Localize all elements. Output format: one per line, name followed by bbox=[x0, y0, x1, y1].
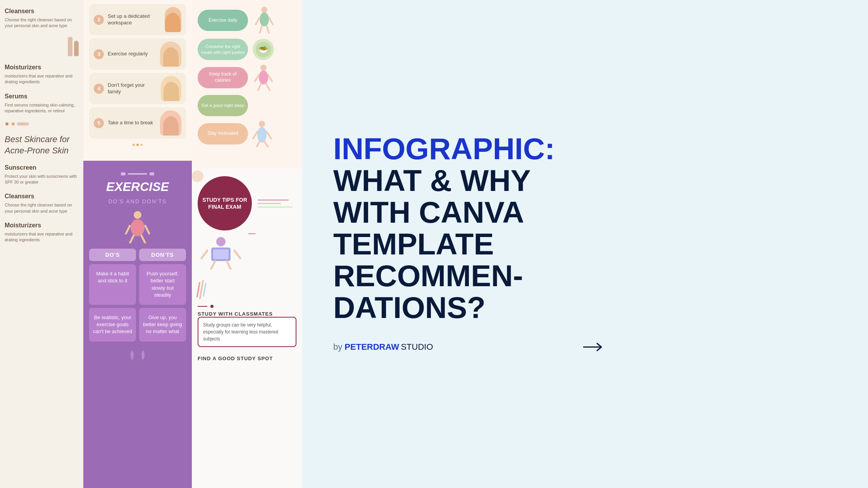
skincare-section-moisturizers: Moisturizers moisturizers that ave repar… bbox=[5, 64, 79, 85]
step-4-text: Don't forget your family bbox=[108, 82, 157, 95]
exercise-title: EXERCISE bbox=[106, 180, 169, 194]
svg-line-20 bbox=[253, 132, 257, 139]
step-3-number: 3 bbox=[94, 49, 104, 59]
dos-donts-label: DO'S AND DON'TS bbox=[108, 198, 167, 204]
svg-line-9 bbox=[269, 17, 273, 24]
author-studio: STUDIO bbox=[401, 342, 433, 352]
skincare-section-cleansers2: Cleansers Choose the right cleanser base… bbox=[5, 193, 79, 214]
step-2-number: 2 bbox=[94, 15, 104, 25]
svg-line-28 bbox=[234, 251, 240, 258]
svg-point-12 bbox=[260, 65, 267, 71]
wellness-exercise-daily: Exercise daily bbox=[198, 6, 296, 35]
yoga-figure-icon bbox=[124, 210, 151, 243]
author-prefix: by bbox=[333, 342, 344, 352]
wellness-good-sleep: Get a good night sleep bbox=[198, 95, 296, 116]
step-3-item: 3 Exercise regularly bbox=[89, 38, 186, 70]
author-attribution: by PETERDRAW STUDIO bbox=[333, 342, 433, 352]
stay-motivated-blob: Stay motivated bbox=[198, 123, 248, 144]
heading-line6: DATIONS? bbox=[333, 290, 486, 325]
skincare-cleansers-desc: Choose the right cleanser based on your … bbox=[5, 17, 79, 29]
exercise-section: EXERCISE DO'S AND DON'TS DO'S DON'TS Mak… bbox=[83, 161, 192, 488]
good-sleep-blob: Get a good night sleep bbox=[198, 95, 248, 116]
wellness-track-calories: Keep track of calories bbox=[198, 64, 296, 91]
skincare-moisturizers2-desc: moisturizers that ave reparative and dra… bbox=[5, 231, 79, 243]
walking-figure-icon bbox=[253, 64, 274, 91]
yoga-daily-figure-icon bbox=[253, 6, 276, 35]
svg-line-15 bbox=[268, 75, 272, 81]
skincare-section-cleansers: Cleansers Choose the right cleanser base… bbox=[5, 8, 79, 29]
arrow-right-icon bbox=[581, 341, 604, 353]
step-5-number: 5 bbox=[94, 118, 104, 128]
svg-point-7 bbox=[260, 12, 269, 26]
svg-line-8 bbox=[256, 17, 260, 24]
donts-cell-2: Give up, you better keep going no matter… bbox=[139, 308, 186, 342]
skincare-moisturizers2-title: Moisturizers bbox=[5, 222, 79, 229]
skincare-section-serums: Serums Find serums containing skin-calmi… bbox=[5, 93, 79, 114]
skincare-section-moisturizers2: Moisturizers moisturizers that ave repar… bbox=[5, 222, 79, 243]
study-circle-text: STUDY TIPS FOR FINAL EXAM bbox=[202, 196, 248, 210]
step-2-item: 2 Set up a dedicated workspace bbox=[89, 4, 186, 35]
svg-line-21 bbox=[267, 132, 271, 139]
svg-point-18 bbox=[259, 121, 265, 127]
study-classmates-title: STUDY WITH CLASSMATES bbox=[198, 311, 296, 317]
step-3-text: Exercise regularly bbox=[108, 51, 148, 57]
svg-point-0 bbox=[134, 211, 141, 219]
svg-rect-26 bbox=[213, 249, 229, 259]
heading-line4: TEMPLATE bbox=[333, 227, 494, 261]
svg-point-19 bbox=[257, 127, 267, 143]
study-circle: STUDY TIPS FOR FINAL EXAM bbox=[198, 176, 252, 230]
wellness-stay-motivated: Stay motivated bbox=[198, 120, 296, 147]
svg-line-27 bbox=[202, 251, 207, 258]
dos-cell-2: Be realistic, your exercise goals can't … bbox=[89, 308, 136, 342]
wellness-column: Exercise daily Consume the right meals w… bbox=[192, 0, 302, 488]
step-2-text: Set up a dedicated workspace bbox=[108, 13, 161, 26]
steps-section: 2 Set up a dedicated workspace 3 Exercis… bbox=[83, 0, 192, 161]
skincare-sunscreen-desc: Protect your skin with sunscreens with S… bbox=[5, 174, 79, 186]
consume-meals-blob: Consume the right meals with right porti… bbox=[198, 39, 248, 60]
svg-line-23 bbox=[264, 141, 268, 147]
skincare-section-sunscreen: Sunscreen Protect your skin with sunscre… bbox=[5, 164, 79, 186]
author-line: by PETERDRAW STUDIO bbox=[333, 339, 604, 355]
heading-line3: WITH CANVA bbox=[333, 195, 524, 229]
wellness-consume-meals: Consume the right meals with right porti… bbox=[198, 39, 296, 60]
arrow-button[interactable] bbox=[581, 339, 604, 355]
skincare-big-title: Best Skincare for Acne-Prone Skin bbox=[5, 134, 79, 156]
svg-line-22 bbox=[257, 141, 260, 147]
dos-header: DO'S bbox=[89, 249, 136, 261]
svg-line-16 bbox=[258, 83, 261, 90]
svg-line-5 bbox=[141, 235, 145, 243]
skincare-column: Cleansers Choose the right cleanser base… bbox=[0, 0, 83, 488]
skincare-cleansers2-desc: Choose the right cleanser based on your … bbox=[5, 202, 79, 214]
wellness-section: Exercise daily Consume the right meals w… bbox=[192, 0, 302, 168]
donts-cell-1: Push yourself, better start slowly but s… bbox=[139, 264, 186, 305]
study-section-spot: FIND A GOOD STUDY SPOT bbox=[198, 352, 296, 361]
svg-line-30 bbox=[227, 261, 231, 269]
skincare-serums-desc: Find serums containing skin-calming, rep… bbox=[5, 102, 79, 114]
left-panel: Cleansers Choose the right cleanser base… bbox=[0, 0, 302, 488]
svg-line-11 bbox=[267, 26, 269, 33]
skincare-moisturizers-desc: moisturizers that ave reparative and dra… bbox=[5, 73, 79, 85]
study-classmates-desc: Study groups can be very helpful, especi… bbox=[203, 321, 291, 342]
heading-line1: INFOGRAPHIC: bbox=[333, 132, 555, 166]
author-name: PETERDRAW bbox=[344, 342, 399, 352]
study-tips-header: STUDY TIPS FOR FINAL EXAM bbox=[198, 176, 296, 230]
study-spot-title: FIND A GOOD STUDY SPOT bbox=[198, 356, 296, 361]
step-4-number: 4 bbox=[94, 84, 104, 94]
svg-point-24 bbox=[216, 237, 226, 246]
study-figure-icon bbox=[198, 236, 244, 275]
heading-line5: RECOMMEN- bbox=[333, 259, 523, 293]
skincare-cleansers2-title: Cleansers bbox=[5, 193, 79, 200]
main-heading: INFOGRAPHIC: WHAT & WHY WITH CANVA TEMPL… bbox=[333, 133, 604, 323]
step-5-item: 5 Take a time to break bbox=[89, 107, 186, 139]
study-tips-section: STUDY TIPS FOR FINAL EXAM bbox=[192, 168, 302, 488]
step-5-text: Take a time to break bbox=[108, 120, 153, 126]
svg-line-2 bbox=[126, 226, 130, 234]
dos-cell-1: Make it a habit and stick to it bbox=[89, 264, 136, 305]
donts-header: DON'TS bbox=[139, 249, 186, 261]
step-4-item: 4 Don't forget your family bbox=[89, 73, 186, 104]
track-calories-blob: Keep track of calories bbox=[198, 67, 248, 88]
svg-line-10 bbox=[260, 26, 262, 33]
heading-line2: WHAT & WHY bbox=[333, 163, 531, 198]
svg-line-29 bbox=[211, 261, 215, 269]
study-classmates-box: Study groups can be very helpful, especi… bbox=[198, 317, 296, 347]
